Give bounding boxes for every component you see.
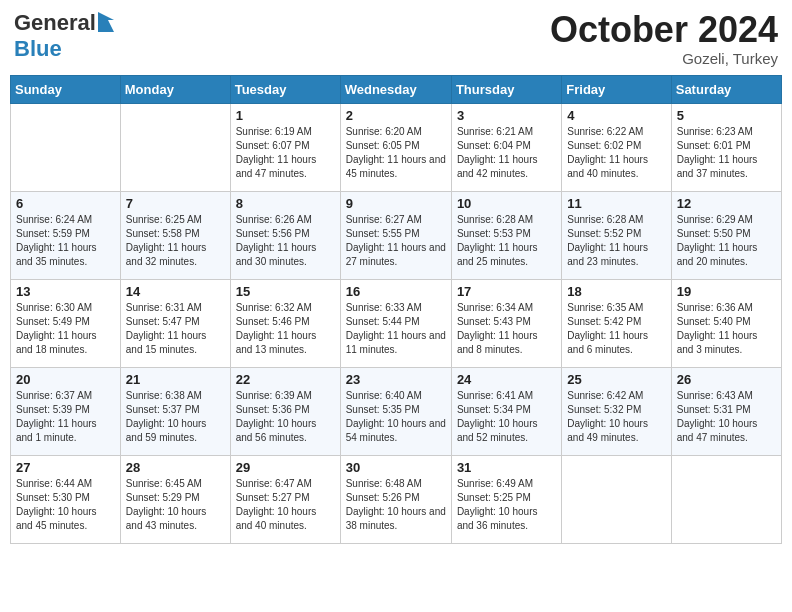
logo-general-text: General bbox=[14, 10, 96, 36]
table-row: 21Sunrise: 6:38 AMSunset: 5:37 PMDayligh… bbox=[120, 367, 230, 455]
cell-date-number: 21 bbox=[126, 372, 225, 387]
cell-info-text: Sunrise: 6:25 AMSunset: 5:58 PMDaylight:… bbox=[126, 213, 225, 269]
table-row: 6Sunrise: 6:24 AMSunset: 5:59 PMDaylight… bbox=[11, 191, 121, 279]
page-header: General Blue October 2024 Gozeli, Turkey bbox=[10, 10, 782, 67]
cell-date-number: 25 bbox=[567, 372, 665, 387]
table-row: 5Sunrise: 6:23 AMSunset: 6:01 PMDaylight… bbox=[671, 103, 781, 191]
cell-date-number: 12 bbox=[677, 196, 776, 211]
svg-marker-0 bbox=[98, 12, 114, 32]
cell-date-number: 22 bbox=[236, 372, 335, 387]
cell-info-text: Sunrise: 6:28 AMSunset: 5:53 PMDaylight:… bbox=[457, 213, 556, 269]
table-row: 8Sunrise: 6:26 AMSunset: 5:56 PMDaylight… bbox=[230, 191, 340, 279]
cell-info-text: Sunrise: 6:37 AMSunset: 5:39 PMDaylight:… bbox=[16, 389, 115, 445]
cell-date-number: 2 bbox=[346, 108, 446, 123]
cell-info-text: Sunrise: 6:22 AMSunset: 6:02 PMDaylight:… bbox=[567, 125, 665, 181]
cell-info-text: Sunrise: 6:48 AMSunset: 5:26 PMDaylight:… bbox=[346, 477, 446, 533]
table-row: 23Sunrise: 6:40 AMSunset: 5:35 PMDayligh… bbox=[340, 367, 451, 455]
cell-info-text: Sunrise: 6:24 AMSunset: 5:59 PMDaylight:… bbox=[16, 213, 115, 269]
cell-date-number: 8 bbox=[236, 196, 335, 211]
cell-info-text: Sunrise: 6:42 AMSunset: 5:32 PMDaylight:… bbox=[567, 389, 665, 445]
cell-info-text: Sunrise: 6:38 AMSunset: 5:37 PMDaylight:… bbox=[126, 389, 225, 445]
table-row: 9Sunrise: 6:27 AMSunset: 5:55 PMDaylight… bbox=[340, 191, 451, 279]
table-row: 17Sunrise: 6:34 AMSunset: 5:43 PMDayligh… bbox=[451, 279, 561, 367]
table-row: 29Sunrise: 6:47 AMSunset: 5:27 PMDayligh… bbox=[230, 455, 340, 543]
cell-date-number: 15 bbox=[236, 284, 335, 299]
calendar-header-row: Sunday Monday Tuesday Wednesday Thursday… bbox=[11, 75, 782, 103]
cell-date-number: 13 bbox=[16, 284, 115, 299]
table-row: 7Sunrise: 6:25 AMSunset: 5:58 PMDaylight… bbox=[120, 191, 230, 279]
cell-date-number: 28 bbox=[126, 460, 225, 475]
calendar-week-row: 27Sunrise: 6:44 AMSunset: 5:30 PMDayligh… bbox=[11, 455, 782, 543]
cell-date-number: 29 bbox=[236, 460, 335, 475]
calendar-title: October 2024 bbox=[550, 10, 778, 50]
table-row: 13Sunrise: 6:30 AMSunset: 5:49 PMDayligh… bbox=[11, 279, 121, 367]
col-sunday: Sunday bbox=[11, 75, 121, 103]
cell-date-number: 23 bbox=[346, 372, 446, 387]
table-row: 24Sunrise: 6:41 AMSunset: 5:34 PMDayligh… bbox=[451, 367, 561, 455]
cell-date-number: 17 bbox=[457, 284, 556, 299]
table-row: 16Sunrise: 6:33 AMSunset: 5:44 PMDayligh… bbox=[340, 279, 451, 367]
table-row: 26Sunrise: 6:43 AMSunset: 5:31 PMDayligh… bbox=[671, 367, 781, 455]
table-row: 20Sunrise: 6:37 AMSunset: 5:39 PMDayligh… bbox=[11, 367, 121, 455]
cell-info-text: Sunrise: 6:36 AMSunset: 5:40 PMDaylight:… bbox=[677, 301, 776, 357]
cell-date-number: 4 bbox=[567, 108, 665, 123]
table-row: 25Sunrise: 6:42 AMSunset: 5:32 PMDayligh… bbox=[562, 367, 671, 455]
cell-info-text: Sunrise: 6:49 AMSunset: 5:25 PMDaylight:… bbox=[457, 477, 556, 533]
col-saturday: Saturday bbox=[671, 75, 781, 103]
cell-info-text: Sunrise: 6:19 AMSunset: 6:07 PMDaylight:… bbox=[236, 125, 335, 181]
table-row: 22Sunrise: 6:39 AMSunset: 5:36 PMDayligh… bbox=[230, 367, 340, 455]
col-wednesday: Wednesday bbox=[340, 75, 451, 103]
logo-blue-text: Blue bbox=[14, 36, 62, 61]
cell-date-number: 18 bbox=[567, 284, 665, 299]
cell-date-number: 7 bbox=[126, 196, 225, 211]
cell-info-text: Sunrise: 6:30 AMSunset: 5:49 PMDaylight:… bbox=[16, 301, 115, 357]
cell-date-number: 5 bbox=[677, 108, 776, 123]
cell-date-number: 19 bbox=[677, 284, 776, 299]
cell-date-number: 31 bbox=[457, 460, 556, 475]
table-row: 2Sunrise: 6:20 AMSunset: 6:05 PMDaylight… bbox=[340, 103, 451, 191]
col-thursday: Thursday bbox=[451, 75, 561, 103]
cell-date-number: 16 bbox=[346, 284, 446, 299]
table-row bbox=[11, 103, 121, 191]
col-tuesday: Tuesday bbox=[230, 75, 340, 103]
cell-date-number: 1 bbox=[236, 108, 335, 123]
cell-info-text: Sunrise: 6:33 AMSunset: 5:44 PMDaylight:… bbox=[346, 301, 446, 357]
cell-info-text: Sunrise: 6:31 AMSunset: 5:47 PMDaylight:… bbox=[126, 301, 225, 357]
cell-date-number: 11 bbox=[567, 196, 665, 211]
cell-info-text: Sunrise: 6:26 AMSunset: 5:56 PMDaylight:… bbox=[236, 213, 335, 269]
table-row: 4Sunrise: 6:22 AMSunset: 6:02 PMDaylight… bbox=[562, 103, 671, 191]
calendar-week-row: 20Sunrise: 6:37 AMSunset: 5:39 PMDayligh… bbox=[11, 367, 782, 455]
cell-info-text: Sunrise: 6:45 AMSunset: 5:29 PMDaylight:… bbox=[126, 477, 225, 533]
cell-date-number: 10 bbox=[457, 196, 556, 211]
table-row: 3Sunrise: 6:21 AMSunset: 6:04 PMDaylight… bbox=[451, 103, 561, 191]
logo-arrow-icon bbox=[98, 12, 114, 36]
table-row: 14Sunrise: 6:31 AMSunset: 5:47 PMDayligh… bbox=[120, 279, 230, 367]
cell-date-number: 6 bbox=[16, 196, 115, 211]
table-row: 28Sunrise: 6:45 AMSunset: 5:29 PMDayligh… bbox=[120, 455, 230, 543]
cell-date-number: 9 bbox=[346, 196, 446, 211]
cell-info-text: Sunrise: 6:21 AMSunset: 6:04 PMDaylight:… bbox=[457, 125, 556, 181]
calendar-table: Sunday Monday Tuesday Wednesday Thursday… bbox=[10, 75, 782, 544]
table-row: 10Sunrise: 6:28 AMSunset: 5:53 PMDayligh… bbox=[451, 191, 561, 279]
cell-info-text: Sunrise: 6:39 AMSunset: 5:36 PMDaylight:… bbox=[236, 389, 335, 445]
table-row bbox=[120, 103, 230, 191]
table-row: 11Sunrise: 6:28 AMSunset: 5:52 PMDayligh… bbox=[562, 191, 671, 279]
cell-info-text: Sunrise: 6:23 AMSunset: 6:01 PMDaylight:… bbox=[677, 125, 776, 181]
table-row: 30Sunrise: 6:48 AMSunset: 5:26 PMDayligh… bbox=[340, 455, 451, 543]
table-row: 12Sunrise: 6:29 AMSunset: 5:50 PMDayligh… bbox=[671, 191, 781, 279]
cell-info-text: Sunrise: 6:41 AMSunset: 5:34 PMDaylight:… bbox=[457, 389, 556, 445]
cell-info-text: Sunrise: 6:27 AMSunset: 5:55 PMDaylight:… bbox=[346, 213, 446, 269]
table-row bbox=[562, 455, 671, 543]
cell-info-text: Sunrise: 6:20 AMSunset: 6:05 PMDaylight:… bbox=[346, 125, 446, 181]
cell-date-number: 3 bbox=[457, 108, 556, 123]
cell-info-text: Sunrise: 6:29 AMSunset: 5:50 PMDaylight:… bbox=[677, 213, 776, 269]
table-row: 27Sunrise: 6:44 AMSunset: 5:30 PMDayligh… bbox=[11, 455, 121, 543]
table-row bbox=[671, 455, 781, 543]
table-row: 15Sunrise: 6:32 AMSunset: 5:46 PMDayligh… bbox=[230, 279, 340, 367]
calendar-week-row: 1Sunrise: 6:19 AMSunset: 6:07 PMDaylight… bbox=[11, 103, 782, 191]
cell-info-text: Sunrise: 6:28 AMSunset: 5:52 PMDaylight:… bbox=[567, 213, 665, 269]
cell-date-number: 14 bbox=[126, 284, 225, 299]
col-friday: Friday bbox=[562, 75, 671, 103]
cell-info-text: Sunrise: 6:40 AMSunset: 5:35 PMDaylight:… bbox=[346, 389, 446, 445]
cell-info-text: Sunrise: 6:43 AMSunset: 5:31 PMDaylight:… bbox=[677, 389, 776, 445]
